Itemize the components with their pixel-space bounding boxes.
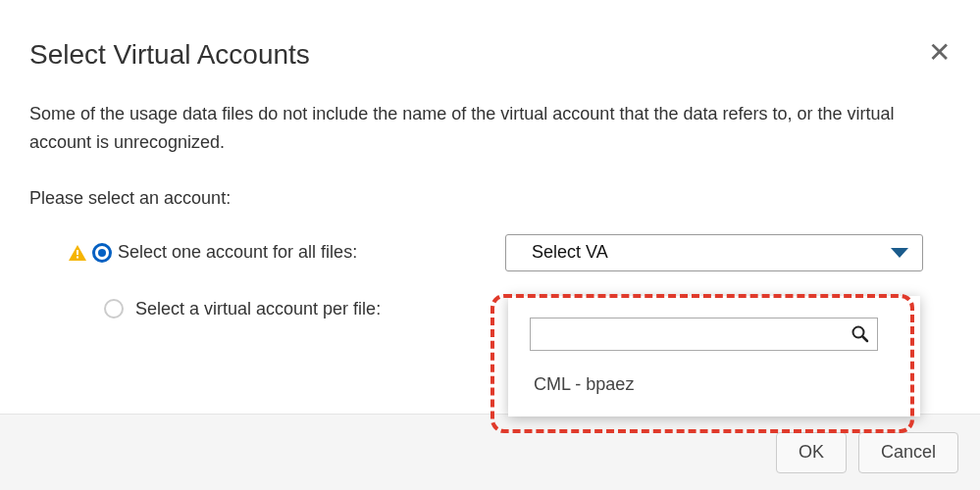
dialog-description: Some of the usage data files do not incl… xyxy=(29,100,951,157)
close-icon[interactable]: ✕ xyxy=(928,39,951,67)
select-virtual-accounts-dialog: Select Virtual Accounts ✕ Some of the us… xyxy=(0,0,980,490)
select-va-dropdown[interactable]: Select VA xyxy=(505,234,923,271)
warning-icon xyxy=(69,245,86,261)
svg-rect-0 xyxy=(77,250,78,255)
va-dropdown-panel: CML - bpaez xyxy=(508,296,920,416)
option-all-files-left: Select one account for all files: xyxy=(69,242,505,263)
dialog-header: Select Virtual Accounts ✕ xyxy=(29,39,951,71)
search-icon xyxy=(851,325,869,343)
radio-per-file[interactable] xyxy=(104,299,124,318)
radio-per-file-label: Select a virtual account per file: xyxy=(135,299,381,319)
radio-all-files[interactable] xyxy=(92,243,112,263)
va-search-input[interactable] xyxy=(531,318,851,350)
svg-line-3 xyxy=(863,337,868,342)
cancel-button[interactable]: Cancel xyxy=(858,432,958,473)
dialog-footer: OK Cancel xyxy=(0,414,980,490)
va-dropdown-item[interactable]: CML - bpaez xyxy=(530,372,899,397)
va-search-wrap xyxy=(530,318,878,351)
ok-button[interactable]: OK xyxy=(776,432,847,473)
radio-all-files-label: Select one account for all files: xyxy=(118,242,357,263)
select-va-text: Select VA xyxy=(532,242,608,263)
option-all-files-row: Select one account for all files: Select… xyxy=(69,234,951,271)
dialog-title: Select Virtual Accounts xyxy=(29,39,310,71)
select-account-instruction: Please select an account: xyxy=(29,188,951,209)
caret-down-icon xyxy=(891,248,908,258)
svg-rect-1 xyxy=(77,256,78,258)
